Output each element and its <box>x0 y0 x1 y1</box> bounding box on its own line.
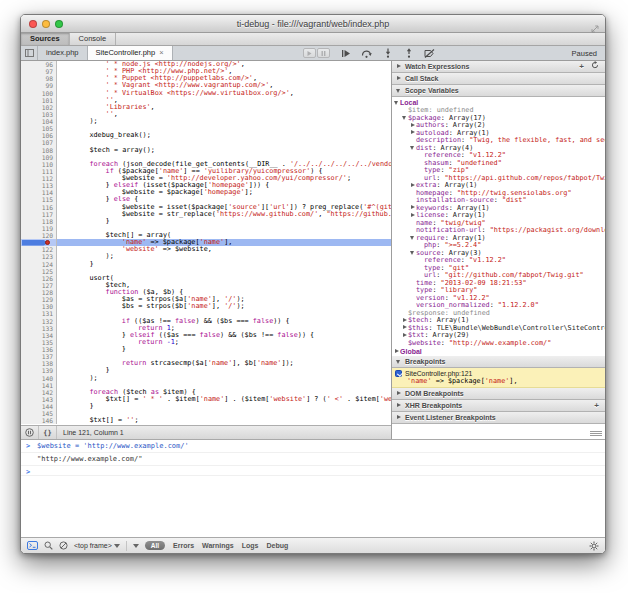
gutter-line-number[interactable]: 124 <box>21 261 57 268</box>
gutter-line-number[interactable]: 122 <box>21 246 57 253</box>
disclosure-triangle-icon[interactable] <box>410 145 416 151</box>
gutter-line-number[interactable]: 142 <box>21 389 57 396</box>
refresh-watch-button[interactable] <box>589 61 601 72</box>
gutter-line-number[interactable]: 137 <box>21 353 57 360</box>
xhr-breakpoints-header[interactable]: XHR Breakpoints + <box>392 400 605 412</box>
disclosure-triangle-icon[interactable] <box>410 212 416 218</box>
settings-button[interactable] <box>589 541 599 551</box>
gutter-line-number[interactable]: 136 <box>21 346 57 353</box>
gutter-line-number[interactable]: 141 <box>21 382 57 389</box>
gutter-line-number[interactable]: 126 <box>21 275 57 282</box>
disclosure-triangle-icon[interactable] <box>410 250 416 256</box>
clear-console-button[interactable] <box>59 541 68 550</box>
pause-on-exceptions-button[interactable] <box>21 426 39 439</box>
breakpoint-entry[interactable]: SiteController.php:121 'name' => $packag… <box>392 368 605 388</box>
gutter-line-number[interactable]: 116 <box>21 204 57 211</box>
gutter-line-number[interactable]: 115 <box>21 196 57 203</box>
add-watch-button[interactable]: + <box>577 62 586 72</box>
filter-errors[interactable]: Errors <box>173 542 194 549</box>
deactivate-breakpoints-button[interactable] <box>424 47 436 59</box>
gutter-line-number[interactable]: 110 <box>21 161 57 168</box>
file-tab-index-php[interactable]: index.php <box>38 46 88 60</box>
disclosure-triangle-icon[interactable] <box>402 115 408 121</box>
scope-var-require[interactable]: require: Array(1) <box>392 235 605 243</box>
pause-segment-button[interactable] <box>317 48 330 58</box>
scope-var-keywords[interactable]: keywords: Array(1) <box>392 205 605 213</box>
context-chevron-down-icon[interactable] <box>133 544 139 548</box>
gutter-line-number[interactable]: 103 <box>21 111 57 118</box>
breakpoint-checkbox[interactable] <box>395 370 402 377</box>
gutter-line-number[interactable]: 111 <box>21 168 57 175</box>
disclosure-triangle-icon[interactable] <box>402 325 408 331</box>
disclosure-triangle-icon[interactable] <box>410 182 416 188</box>
gutter-line-number[interactable]: 118 <box>21 218 57 225</box>
gutter-line-number[interactable]: 132 <box>21 318 57 325</box>
resume-button[interactable] <box>340 47 352 59</box>
gutter-line-number[interactable]: 129 <box>21 296 57 303</box>
disclosure-triangle-icon[interactable] <box>410 235 416 241</box>
disclosure-triangle-icon[interactable] <box>410 130 416 136</box>
scope-var-extra[interactable]: extra: Array(1) <box>392 182 605 190</box>
gutter-line-number[interactable]: 140 <box>21 375 57 382</box>
pane-resize-grip[interactable] <box>590 430 602 437</box>
step-over-button[interactable] <box>361 47 373 59</box>
gutter-line-number[interactable]: 97 <box>21 68 57 75</box>
filter-logs[interactable]: Logs <box>242 542 259 549</box>
gutter-line-number[interactable]: 138 <box>21 360 57 367</box>
tab-sources[interactable]: Sources <box>21 33 70 45</box>
gutter-line-number[interactable]: 133 <box>21 325 57 332</box>
call-stack-header[interactable]: Call Stack <box>392 73 605 85</box>
scope-var-license[interactable]: license: Array(1) <box>392 212 605 220</box>
scope-variables-header[interactable]: Scope Variables <box>392 85 605 97</box>
watch-expressions-header[interactable]: Watch Expressions + <box>392 61 605 73</box>
gutter-line-number[interactable]: 106 <box>21 132 57 139</box>
window-titlebar[interactable]: ti-debug - file:///vagrant/web/index.php <box>21 15 605 33</box>
gutter-line-number[interactable]: 127 <box>21 282 57 289</box>
fullscreen-icon[interactable] <box>591 19 599 37</box>
gutter-line-number[interactable]: 108 <box>21 147 57 154</box>
console-drawer-toggle-button[interactable] <box>27 541 38 550</box>
gutter-line-number[interactable]: 139 <box>21 367 57 374</box>
dom-breakpoints-header[interactable]: DOM Breakpoints <box>392 388 605 400</box>
file-tab-sitecontroller-php[interactable]: SiteController.php× <box>88 46 173 60</box>
filter-debug[interactable]: Debug <box>266 542 288 549</box>
frame-selector-dropdown[interactable]: <top frame> <box>74 542 120 549</box>
play-segment-button[interactable] <box>303 48 316 58</box>
pretty-print-button[interactable]: {} <box>39 426 57 439</box>
gutter-line-number[interactable]: 131 <box>21 310 57 317</box>
gutter-line-number[interactable]: 144 <box>21 403 57 410</box>
scope-var-this[interactable]: $this: TLE\Bundle\WebBundle\Controller\S… <box>392 325 605 333</box>
step-into-button[interactable] <box>382 47 394 59</box>
console-pane[interactable]: > $website = 'http://www.example.com/' "… <box>21 439 605 537</box>
scope-var-tech[interactable]: $tech: Array(1) <box>392 317 605 325</box>
scope-var-dist[interactable]: dist: Array(4) <box>392 145 605 153</box>
gutter-line-number[interactable]: 119 <box>21 225 57 232</box>
gutter-line-number[interactable]: 113 <box>21 182 57 189</box>
disclosure-triangle-icon[interactable] <box>410 205 416 211</box>
scope-var-authors[interactable]: authors: Array(2) <box>392 122 605 130</box>
scope-var-source[interactable]: source: Array(3) <box>392 250 605 258</box>
breakpoints-header[interactable]: Breakpoints <box>392 356 605 368</box>
disclosure-triangle-icon[interactable] <box>394 348 400 354</box>
gutter-line-number[interactable]: 123 <box>21 253 57 260</box>
event-listener-breakpoints-header[interactable]: Event Listener Breakpoints <box>392 412 605 424</box>
gutter-line-number[interactable]: 100 <box>21 90 57 97</box>
gutter-line-number[interactable]: 96 <box>21 61 57 68</box>
gutter-line-number[interactable]: 114 <box>21 189 57 196</box>
scope-var-package[interactable]: $package: Array(17) <box>392 115 605 123</box>
scope-var-txt[interactable]: $txt: Array(29) <box>392 332 605 340</box>
source-editor[interactable]: 96' * node.js <http://nodejs.org/>',97' … <box>21 61 391 425</box>
gutter-line-number[interactable]: 130 <box>21 303 57 310</box>
scope-section-global[interactable]: Global <box>392 347 605 356</box>
gutter-line-number[interactable]: 112 <box>21 175 57 182</box>
gutter-line-number[interactable]: 135 <box>21 339 57 346</box>
disclosure-triangle-icon[interactable] <box>402 317 408 323</box>
filter-all[interactable]: All <box>145 541 165 550</box>
gutter-line-number[interactable]: 101 <box>21 97 57 104</box>
add-xhr-breakpoint-button[interactable]: + <box>592 401 601 411</box>
gutter-line-number[interactable] <box>21 239 57 246</box>
tab-console[interactable]: Console <box>70 33 117 45</box>
gutter-line-number[interactable]: 125 <box>21 268 57 275</box>
navigator-toggle-button[interactable] <box>21 46 38 60</box>
console-search-button[interactable] <box>44 541 53 550</box>
